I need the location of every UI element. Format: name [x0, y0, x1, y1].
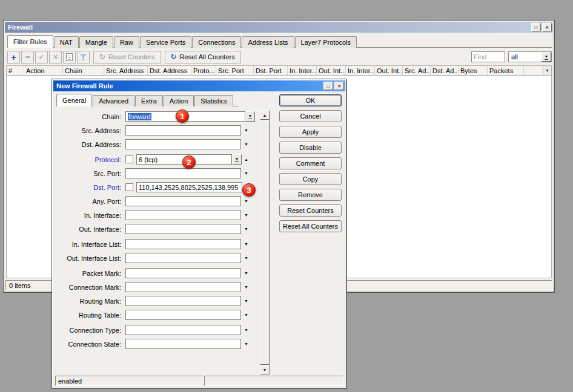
- column-header-out-interface[interactable]: Out. Int...: [317, 66, 346, 75]
- reset-counters-button[interactable]: ↻ Reset Counters: [93, 51, 161, 64]
- reset-all-counters-button[interactable]: Reset All Counters: [279, 220, 342, 232]
- dialog-titlebar[interactable]: New Firewall Rule □ ✕: [53, 80, 345, 91]
- protocol-dropdown-button[interactable]: ▼: [232, 154, 242, 165]
- column-header-out-interface-list[interactable]: Out. Int...: [375, 66, 403, 75]
- connection-type-input[interactable]: [125, 325, 241, 335]
- filter-button[interactable]: [77, 51, 90, 64]
- tab-extra[interactable]: Extra: [135, 95, 163, 106]
- add-rule-button[interactable]: +: [7, 51, 20, 64]
- cancel-button[interactable]: Cancel: [279, 110, 342, 122]
- chevron-down-icon[interactable]: ▼: [244, 213, 248, 217]
- tab-filter-rules[interactable]: Filter Rules: [7, 35, 53, 48]
- tab-connections[interactable]: Connections: [192, 36, 241, 48]
- dialog-maximize-button[interactable]: □: [323, 82, 333, 90]
- column-header-chain[interactable]: Chain: [63, 66, 104, 75]
- chevron-down-icon[interactable]: ▼: [244, 171, 248, 175]
- copy-button[interactable]: Copy: [279, 173, 342, 185]
- close-button[interactable]: ✕: [542, 23, 552, 31]
- any-port-label: Any. Port:: [56, 198, 125, 205]
- chain-dropdown-button[interactable]: ▼: [245, 111, 255, 122]
- src-address-input[interactable]: [125, 125, 241, 136]
- disable-button[interactable]: Disable: [279, 142, 342, 154]
- filter-scope-select[interactable]: all ▼: [508, 51, 552, 62]
- find-input[interactable]: [471, 51, 505, 62]
- scroll-up-button[interactable]: ▲: [260, 110, 270, 120]
- chevron-down-icon[interactable]: ▼: [244, 313, 248, 317]
- chevron-down-icon[interactable]: ▼: [244, 299, 248, 303]
- tab-service-ports[interactable]: Service Ports: [140, 36, 191, 48]
- remove-rule-button[interactable]: −: [21, 51, 34, 64]
- up-arrow-icon[interactable]: ▲: [244, 157, 248, 162]
- enable-rule-button[interactable]: ✓: [35, 51, 48, 64]
- tab-mangle[interactable]: Mangle: [79, 36, 113, 48]
- tab-advanced[interactable]: Advanced: [93, 95, 134, 106]
- chevron-down-icon[interactable]: ▼: [244, 256, 248, 260]
- chevron-down-icon[interactable]: ▼: [244, 199, 248, 203]
- filter-scope-dropdown-button[interactable]: ▼: [542, 52, 551, 62]
- chevron-down-icon[interactable]: ▼: [244, 285, 248, 289]
- maximize-button[interactable]: □: [531, 23, 541, 31]
- dst-port-checkbox[interactable]: [125, 183, 133, 191]
- chevron-down-icon[interactable]: ▼: [244, 227, 248, 231]
- scrollbar-thumb[interactable]: [260, 120, 270, 365]
- src-port-input[interactable]: [125, 168, 241, 178]
- protocol-checkbox[interactable]: [125, 155, 133, 163]
- tab-statistics[interactable]: Statistics: [194, 95, 233, 106]
- src-port-label: Src. Port:: [56, 170, 125, 177]
- column-header-in-interface[interactable]: In. Inter...: [288, 66, 317, 75]
- column-header-src-address-list[interactable]: Src. Ad...: [403, 66, 431, 75]
- column-header-bytes[interactable]: Bytes: [459, 66, 488, 75]
- ok-button[interactable]: OK: [279, 94, 342, 106]
- any-port-input[interactable]: [125, 196, 241, 206]
- column-header-src-address[interactable]: Src. Address: [104, 66, 148, 75]
- column-header-src-port[interactable]: Src. Port: [216, 66, 254, 75]
- column-header-dst-port[interactable]: Dst. Port: [254, 66, 288, 75]
- scroll-down-button[interactable]: ▼: [260, 365, 270, 374]
- connection-state-input[interactable]: [125, 339, 241, 349]
- reset-all-counters-button[interactable]: ↻ Reset All Counters: [165, 51, 241, 64]
- column-header-packets[interactable]: Packets: [488, 66, 524, 75]
- comment-button[interactable]: [63, 51, 76, 64]
- out-interface-input[interactable]: [125, 224, 241, 234]
- disable-rule-button[interactable]: ✕: [49, 51, 62, 64]
- chevron-down-icon[interactable]: ▼: [244, 142, 248, 146]
- connection-mark-input[interactable]: [125, 282, 241, 292]
- comment-button[interactable]: Comment: [279, 157, 342, 169]
- column-header-in-interface-list[interactable]: In. Inter...: [346, 66, 375, 75]
- packet-mark-input[interactable]: [125, 268, 241, 278]
- chevron-down-icon[interactable]: ▼: [244, 328, 248, 332]
- chevron-down-icon[interactable]: ▼: [244, 271, 248, 275]
- firewall-titlebar[interactable]: Firewall □ ✕: [5, 22, 553, 33]
- dst-port-label: Dst. Port:: [56, 184, 125, 191]
- tab-layer7-protocols[interactable]: Layer7 Protocols: [295, 36, 357, 48]
- dst-port-input[interactable]: 110,143,2525,8025,2525,138,995: [136, 182, 242, 192]
- in-interface-input[interactable]: [125, 210, 241, 220]
- tab-action[interactable]: Action: [164, 95, 194, 106]
- routing-table-input[interactable]: [125, 310, 241, 320]
- chevron-down-icon[interactable]: ▼: [244, 128, 248, 132]
- chevron-down-icon[interactable]: ▼: [244, 342, 248, 346]
- column-header-action[interactable]: Action: [24, 66, 63, 75]
- column-select-button[interactable]: ▼: [543, 66, 551, 75]
- remove-button[interactable]: Remove: [279, 189, 342, 201]
- column-header-dst-address-list[interactable]: Dst. Ad...: [431, 66, 459, 75]
- in-interface-list-input[interactable]: [125, 239, 241, 249]
- out-interface-list-input[interactable]: [125, 253, 241, 263]
- apply-button[interactable]: Apply: [279, 126, 342, 138]
- tab-address-lists[interactable]: Address Lists: [242, 36, 294, 48]
- tab-general[interactable]: General: [56, 94, 92, 106]
- routing-mark-input[interactable]: [125, 296, 241, 306]
- new-firewall-rule-dialog: New Firewall Rule □ ✕ General Advanced E…: [51, 79, 347, 389]
- column-header-filler: [524, 66, 543, 75]
- dialog-title: New Firewall Rule: [56, 82, 113, 90]
- tab-raw[interactable]: Raw: [114, 36, 139, 48]
- dst-address-input[interactable]: [125, 139, 241, 149]
- tab-nat[interactable]: NAT: [54, 36, 79, 48]
- chevron-down-icon[interactable]: ▼: [244, 242, 248, 246]
- column-header-protocol[interactable]: Proto...: [191, 66, 216, 75]
- column-header-dst-address[interactable]: Dst. Address: [148, 66, 191, 75]
- dst-port-row: Dst. Port: 110,143,2525,8025,2525,138,99…: [56, 182, 260, 192]
- reset-counters-button[interactable]: Reset Counters: [279, 204, 342, 217]
- dialog-close-button[interactable]: ✕: [334, 82, 344, 90]
- column-header-number[interactable]: #: [7, 66, 24, 75]
